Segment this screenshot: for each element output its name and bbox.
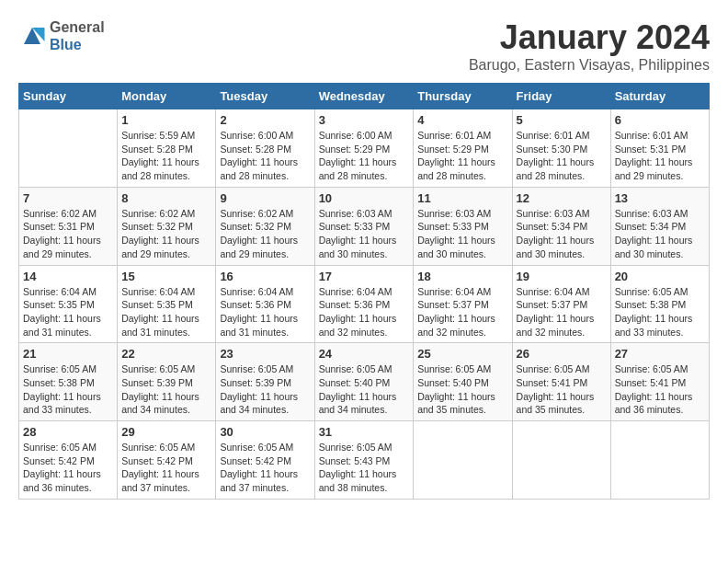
calendar-cell: 13Sunrise: 6:03 AMSunset: 5:34 PMDayligh… [610,187,709,265]
day-number: 14 [23,270,113,283]
day-info: Sunrise: 6:05 AMSunset: 5:42 PMDaylight:… [220,441,310,495]
day-number: 16 [220,270,310,283]
day-number: 5 [517,113,607,127]
day-number: 27 [615,347,705,361]
day-number: 22 [121,347,211,361]
header-monday: Monday [118,84,216,109]
calendar-cell: 2Sunrise: 6:00 AMSunset: 5:28 PMDaylight… [216,109,314,188]
calendar-cell: 10Sunrise: 6:03 AMSunset: 5:33 PMDayligh… [314,187,414,265]
day-number: 7 [23,191,113,205]
day-number: 17 [319,270,410,283]
calendar-cell: 28Sunrise: 6:05 AMSunset: 5:42 PMDayligh… [19,421,118,500]
calendar-cell: 21Sunrise: 6:05 AMSunset: 5:38 PMDayligh… [19,343,118,421]
day-number: 20 [615,270,705,283]
day-number: 30 [220,425,310,439]
day-info: Sunrise: 6:02 AMSunset: 5:31 PMDaylight:… [23,207,113,261]
title-block: January 2024 Barugo, Eastern Visayas, Ph… [469,18,710,74]
day-info: Sunrise: 6:03 AMSunset: 5:33 PMDaylight:… [417,207,507,261]
day-number: 28 [23,425,113,439]
day-info: Sunrise: 6:05 AMSunset: 5:41 PMDaylight:… [517,362,607,417]
day-info: Sunrise: 6:05 AMSunset: 5:38 PMDaylight:… [615,285,705,339]
calendar-cell: 12Sunrise: 6:03 AMSunset: 5:34 PMDayligh… [512,187,610,265]
day-number: 19 [517,270,607,283]
calendar-cell: 23Sunrise: 6:05 AMSunset: 5:39 PMDayligh… [216,343,314,421]
day-number: 2 [220,113,310,127]
calendar-cell: 9Sunrise: 6:02 AMSunset: 5:32 PMDaylight… [216,187,314,265]
calendar-cell: 5Sunrise: 6:01 AMSunset: 5:30 PMDaylight… [512,109,610,188]
day-number: 4 [417,113,507,127]
week-row-2: 7Sunrise: 6:02 AMSunset: 5:31 PMDaylight… [19,187,710,265]
day-number: 11 [417,191,507,205]
calendar-cell: 27Sunrise: 6:05 AMSunset: 5:41 PMDayligh… [610,343,709,421]
day-number: 12 [517,191,607,205]
calendar-cell: 29Sunrise: 6:05 AMSunset: 5:42 PMDayligh… [118,421,216,500]
day-info: Sunrise: 6:02 AMSunset: 5:32 PMDaylight:… [220,207,310,261]
calendar-cell: 22Sunrise: 6:05 AMSunset: 5:39 PMDayligh… [118,343,216,421]
day-number: 21 [23,347,113,361]
day-info: Sunrise: 6:03 AMSunset: 5:34 PMDaylight:… [615,207,705,261]
day-info: Sunrise: 6:05 AMSunset: 5:38 PMDaylight:… [23,362,113,417]
day-number: 15 [121,270,211,283]
header-tuesday: Tuesday [216,84,314,109]
calendar-cell: 3Sunrise: 6:00 AMSunset: 5:29 PMDaylight… [314,109,414,188]
day-info: Sunrise: 6:04 AMSunset: 5:35 PMDaylight:… [23,285,113,339]
day-info: Sunrise: 6:05 AMSunset: 5:41 PMDaylight:… [615,362,705,417]
day-info: Sunrise: 6:04 AMSunset: 5:37 PMDaylight:… [417,285,507,339]
calendar-cell: 26Sunrise: 6:05 AMSunset: 5:41 PMDayligh… [512,343,610,421]
week-row-5: 28Sunrise: 6:05 AMSunset: 5:42 PMDayligh… [19,421,710,500]
day-number: 13 [615,191,705,205]
day-info: Sunrise: 5:59 AMSunset: 5:28 PMDaylight:… [121,129,211,183]
day-info: Sunrise: 6:04 AMSunset: 5:36 PMDaylight:… [319,285,410,339]
day-info: Sunrise: 6:03 AMSunset: 5:33 PMDaylight:… [319,207,410,261]
calendar-title: January 2024 [469,18,710,57]
day-number: 3 [319,113,410,127]
day-info: Sunrise: 6:05 AMSunset: 5:39 PMDaylight:… [220,362,310,417]
calendar-header-row: SundayMondayTuesdayWednesdayThursdayFrid… [19,84,710,109]
day-info: Sunrise: 6:05 AMSunset: 5:43 PMDaylight:… [319,441,410,495]
day-info: Sunrise: 6:05 AMSunset: 5:39 PMDaylight:… [121,362,211,417]
calendar-cell [19,109,118,188]
day-number: 1 [121,113,211,127]
week-row-1: 1Sunrise: 5:59 AMSunset: 5:28 PMDaylight… [19,109,710,188]
day-info: Sunrise: 6:05 AMSunset: 5:40 PMDaylight:… [319,362,410,417]
day-info: Sunrise: 6:01 AMSunset: 5:31 PMDaylight:… [615,129,705,183]
calendar-cell: 8Sunrise: 6:02 AMSunset: 5:32 PMDaylight… [118,187,216,265]
calendar-cell: 7Sunrise: 6:02 AMSunset: 5:31 PMDaylight… [19,187,118,265]
calendar-table: SundayMondayTuesdayWednesdayThursdayFrid… [18,83,710,500]
header-wednesday: Wednesday [314,84,414,109]
calendar-cell: 16Sunrise: 6:04 AMSunset: 5:36 PMDayligh… [216,265,314,343]
week-row-4: 21Sunrise: 6:05 AMSunset: 5:38 PMDayligh… [19,343,710,421]
day-info: Sunrise: 6:04 AMSunset: 5:35 PMDaylight:… [121,285,211,339]
day-info: Sunrise: 6:00 AMSunset: 5:28 PMDaylight:… [220,129,310,183]
day-info: Sunrise: 6:04 AMSunset: 5:37 PMDaylight:… [517,285,607,339]
calendar-cell: 4Sunrise: 6:01 AMSunset: 5:29 PMDaylight… [414,109,512,188]
day-number: 10 [319,191,410,205]
header-saturday: Saturday [610,84,709,109]
day-info: Sunrise: 6:01 AMSunset: 5:30 PMDaylight:… [517,129,607,183]
calendar-cell: 25Sunrise: 6:05 AMSunset: 5:40 PMDayligh… [414,343,512,421]
day-number: 29 [121,425,211,439]
day-info: Sunrise: 6:04 AMSunset: 5:36 PMDaylight:… [220,285,310,339]
calendar-cell: 31Sunrise: 6:05 AMSunset: 5:43 PMDayligh… [314,421,414,500]
header-friday: Friday [512,84,610,109]
day-number: 26 [517,347,607,361]
day-number: 9 [220,191,310,205]
logo-general: General [50,18,105,36]
header-thursday: Thursday [414,84,512,109]
day-number: 6 [615,113,705,127]
logo-icon [18,22,46,50]
day-number: 18 [417,270,507,283]
calendar-cell: 24Sunrise: 6:05 AMSunset: 5:40 PMDayligh… [314,343,414,421]
calendar-cell: 11Sunrise: 6:03 AMSunset: 5:33 PMDayligh… [414,187,512,265]
day-number: 25 [417,347,507,361]
calendar-cell: 18Sunrise: 6:04 AMSunset: 5:37 PMDayligh… [414,265,512,343]
day-info: Sunrise: 6:05 AMSunset: 5:42 PMDaylight:… [121,441,211,495]
day-number: 8 [121,191,211,205]
calendar-cell: 20Sunrise: 6:05 AMSunset: 5:38 PMDayligh… [610,265,709,343]
day-info: Sunrise: 6:05 AMSunset: 5:42 PMDaylight:… [23,441,113,495]
calendar-cell [414,421,512,500]
day-info: Sunrise: 6:01 AMSunset: 5:29 PMDaylight:… [417,129,507,183]
page-header: General Blue January 2024 Barugo, Easter… [18,18,710,74]
calendar-cell: 17Sunrise: 6:04 AMSunset: 5:36 PMDayligh… [314,265,414,343]
day-info: Sunrise: 6:02 AMSunset: 5:32 PMDaylight:… [121,207,211,261]
